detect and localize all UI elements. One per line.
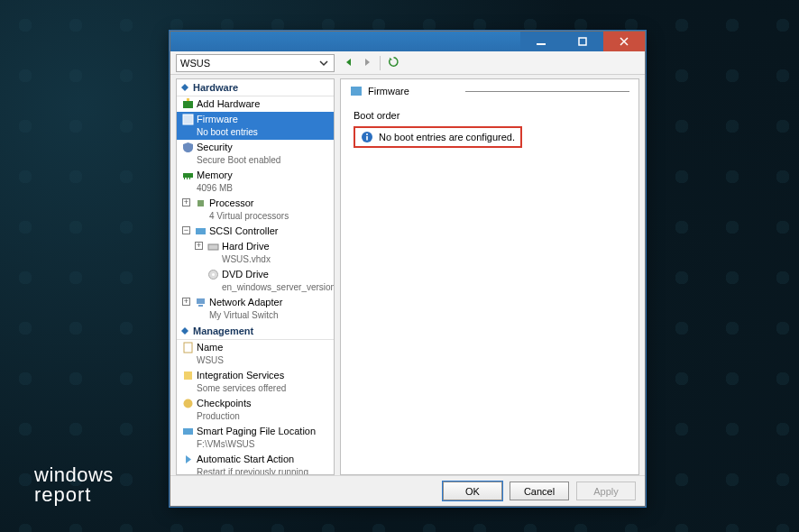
refresh-button[interactable] [388,56,400,69]
svg-rect-8 [189,178,190,179]
tree-checkpoints[interactable]: Checkpoints Production [177,396,334,424]
boot-order-message: No boot entries are configured. [354,126,522,148]
add-hardware-icon [182,98,194,110]
settings-tree[interactable]: Hardware Add Hardware Firmware No boot e… [176,78,335,475]
svg-rect-6 [184,178,185,179]
svg-rect-10 [196,228,206,234]
watermark-line2: report [34,485,114,505]
settings-dialog: WSUS Hardware Add Hardware Firmware No b… [170,31,646,507]
detail-pane: Firmware Boot order No boot entries are … [340,78,639,475]
vm-selector-label: WSUS [180,58,210,69]
watermark: windows report [34,465,114,505]
collapse-scsi[interactable]: − [182,226,190,234]
svg-rect-21 [351,87,362,96]
nav-buttons [344,56,400,70]
section-hardware: Hardware [177,79,334,96]
detail-title: Firmware [368,86,409,96]
tree-firmware[interactable]: Firmware No boot entries [177,112,334,140]
dvd-icon [207,269,219,280]
network-icon [195,297,207,308]
integration-icon [182,370,194,381]
svg-rect-0 [537,43,546,45]
svg-rect-2 [183,101,193,108]
scsi-icon [195,225,207,237]
svg-rect-19 [183,428,193,435]
svg-rect-9 [197,200,204,206]
cancel-button[interactable]: Cancel [510,482,569,500]
nav-forward-button [362,57,372,69]
svg-rect-23 [366,136,368,141]
memory-icon [182,170,194,181]
watermark-line1: windows [34,465,114,485]
svg-rect-14 [197,298,205,304]
svg-point-13 [212,273,215,276]
tree-security[interactable]: Security Secure Boot enabled [177,140,334,168]
svg-rect-5 [183,173,193,178]
detail-title-row: Firmware [350,85,629,101]
expand-processor[interactable]: + [182,198,190,206]
section-management: Management [177,323,334,340]
separator [380,56,381,70]
hard-drive-icon [207,241,219,252]
svg-rect-11 [208,244,218,250]
tree-paging-location[interactable]: Smart Paging File Location F:\VMs\WSUS [177,424,334,452]
maximize-button[interactable] [562,32,603,51]
detail-body: Boot order No boot entries are configure… [350,101,629,148]
tree-auto-start[interactable]: Automatic Start Action Restart if previo… [177,452,334,475]
vm-selector[interactable]: WSUS [176,54,335,72]
svg-point-24 [366,133,368,135]
name-icon [182,342,194,353]
svg-rect-17 [184,371,192,380]
tree-name[interactable]: Name WSUS [177,340,334,368]
ok-button[interactable]: OK [443,482,502,500]
dialog-body: Hardware Add Hardware Firmware No boot e… [170,75,645,475]
tree-scsi[interactable]: − SCSI Controller [177,224,334,239]
expand-network[interactable]: + [182,298,190,306]
svg-rect-4 [183,115,193,124]
svg-point-18 [184,399,193,408]
checkpoint-icon [182,398,194,409]
tree-memory[interactable]: Memory 4096 MB [177,168,334,196]
svg-rect-16 [184,343,192,353]
chevron-down-icon [317,57,330,69]
toolbar: WSUS [170,51,645,75]
svg-rect-7 [187,178,188,179]
expand-harddrive[interactable]: + [195,242,203,250]
firmware-icon [182,114,194,125]
close-button[interactable] [603,32,645,51]
paging-icon [182,426,194,437]
tree-processor[interactable]: + Processor 4 Virtual processors [177,196,334,224]
tree-integration[interactable]: Integration Services Some services offer… [177,368,334,396]
tree-hard-drive[interactable]: + Hard Drive WSUS.vhdx [177,239,334,267]
tree-dvd[interactable]: DVD Drive en_windows_server_version_... [177,267,334,295]
title-underline [465,91,629,92]
info-icon [361,131,373,143]
collapse-icon [180,326,189,335]
shield-icon [182,142,194,153]
minimize-button[interactable] [520,32,562,51]
tree-add-hardware[interactable]: Add Hardware [177,96,334,112]
svg-rect-3 [187,98,189,101]
apply-button: Apply [576,482,636,500]
collapse-icon [180,83,189,92]
firmware-icon [350,85,363,97]
nav-back-button[interactable] [344,57,354,69]
processor-icon [195,197,207,209]
svg-rect-1 [579,38,586,45]
tree-network[interactable]: + Network Adapter My Virtual Switch [177,295,334,323]
svg-rect-15 [198,305,203,307]
boot-order-text: No boot entries are configured. [379,132,515,142]
auto-start-icon [182,454,194,465]
boot-order-label: Boot order [354,110,626,121]
dialog-footer: OK Cancel Apply [170,475,645,506]
titlebar [170,32,645,51]
